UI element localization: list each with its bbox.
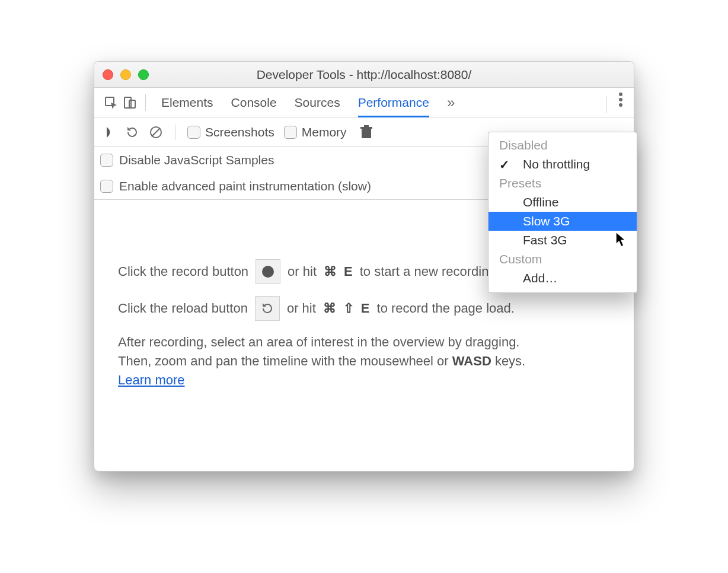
throttle-option-offline[interactable]: Offline xyxy=(488,193,637,212)
tab-sources[interactable]: Sources xyxy=(295,88,340,117)
devtools-window: Developer Tools - http://localhost:8080/… xyxy=(94,61,634,472)
check-icon: ✓ xyxy=(499,158,510,172)
device-toolbar-icon[interactable] xyxy=(120,93,139,112)
clear-icon[interactable] xyxy=(149,125,163,139)
separator xyxy=(175,125,175,140)
svg-rect-9 xyxy=(360,127,372,129)
keycap-e: E xyxy=(344,260,353,284)
instruction-reload: Click the reload button or hit ⌘ ⇧ E to … xyxy=(118,296,610,321)
option-label: Slow 3G xyxy=(523,214,570,228)
svg-point-5 xyxy=(619,103,622,107)
checkbox-icon[interactable] xyxy=(284,126,297,139)
disable-js-samples-label: Disable JavaScript Samples xyxy=(119,153,274,167)
inspect-element-icon[interactable] xyxy=(101,93,120,112)
trash-icon[interactable] xyxy=(360,125,373,139)
throttle-option-no-throttling[interactable]: ✓ No throttling xyxy=(488,155,637,174)
window-titlebar: Developer Tools - http://localhost:8080/ xyxy=(94,62,634,88)
dropdown-group-custom: Custom xyxy=(488,250,637,269)
devtools-tabbar: Elements Console Sources Performance » xyxy=(94,88,634,117)
svg-rect-8 xyxy=(362,129,371,138)
throttle-option-add[interactable]: Add… xyxy=(488,269,637,288)
svg-point-4 xyxy=(619,98,622,101)
svg-line-7 xyxy=(152,128,160,136)
dropdown-group-disabled: Disabled xyxy=(488,136,637,155)
svg-rect-10 xyxy=(364,125,369,127)
checkbox-icon[interactable] xyxy=(187,126,200,139)
option-label: Add… xyxy=(523,271,557,285)
tab-performance[interactable]: Performance xyxy=(358,88,429,117)
option-label: Fast 3G xyxy=(523,233,567,247)
svg-rect-1 xyxy=(124,97,131,108)
keycap-e: E xyxy=(361,297,370,320)
para-line: After recording, select an area of inter… xyxy=(118,335,519,349)
option-label: No throttling xyxy=(523,157,590,171)
record-circle-icon xyxy=(262,266,274,278)
throttle-option-fast-3g[interactable]: Fast 3G xyxy=(488,231,637,250)
reload-icon[interactable] xyxy=(125,125,139,139)
enable-paint-label: Enable advanced paint instrumentation (s… xyxy=(119,179,371,193)
option-label: Offline xyxy=(523,195,558,209)
tab-elements[interactable]: Elements xyxy=(161,88,213,117)
network-throttling-dropdown: Disabled ✓ No throttling Presets Offline… xyxy=(488,132,637,293)
reload-button[interactable] xyxy=(255,296,280,321)
record-icon[interactable] xyxy=(105,126,116,139)
window-controls xyxy=(94,69,149,80)
instr-text: to record the page load. xyxy=(377,297,515,320)
dropdown-group-presets: Presets xyxy=(488,174,637,193)
para-line: Then, zoom and pan the timeline with the… xyxy=(118,354,452,368)
keycap-shift: ⇧ xyxy=(343,297,354,320)
memory-label: Memory xyxy=(302,125,347,139)
checkbox-icon[interactable] xyxy=(100,154,113,167)
devtools-menu-button[interactable] xyxy=(602,92,627,112)
instr-text: or hit xyxy=(288,260,317,284)
panel-tabs: Elements Console Sources Performance xyxy=(161,88,429,117)
throttle-option-slow-3g[interactable]: Slow 3G xyxy=(488,212,637,231)
more-tabs-icon[interactable]: » xyxy=(447,94,455,111)
tab-console[interactable]: Console xyxy=(231,88,277,117)
window-title: Developer Tools - http://localhost:8080/ xyxy=(94,68,634,82)
instruction-paragraph: After recording, select an area of inter… xyxy=(118,333,610,390)
svg-rect-2 xyxy=(129,100,135,108)
zoom-window-button[interactable] xyxy=(138,69,149,80)
keycap-cmd: ⌘ xyxy=(324,260,337,284)
svg-point-3 xyxy=(619,93,622,96)
screenshots-label: Screenshots xyxy=(205,125,274,139)
instr-text: or hit xyxy=(287,297,316,320)
instr-text: Click the record button xyxy=(118,260,248,284)
separator xyxy=(145,94,146,111)
record-button[interactable] xyxy=(256,259,280,284)
instr-text: Click the reload button xyxy=(118,297,248,320)
learn-more-link[interactable]: Learn more xyxy=(118,373,185,387)
instr-text: to start a new recording. xyxy=(360,260,500,284)
para-line: keys. xyxy=(491,354,525,368)
keycap-cmd: ⌘ xyxy=(323,297,336,320)
close-window-button[interactable] xyxy=(103,69,113,80)
minimize-window-button[interactable] xyxy=(120,69,131,80)
checkbox-icon[interactable] xyxy=(100,180,113,193)
wasd-bold: WASD xyxy=(452,354,491,368)
memory-checkbox[interactable]: Memory xyxy=(284,125,347,139)
screenshots-checkbox[interactable]: Screenshots xyxy=(187,125,274,139)
